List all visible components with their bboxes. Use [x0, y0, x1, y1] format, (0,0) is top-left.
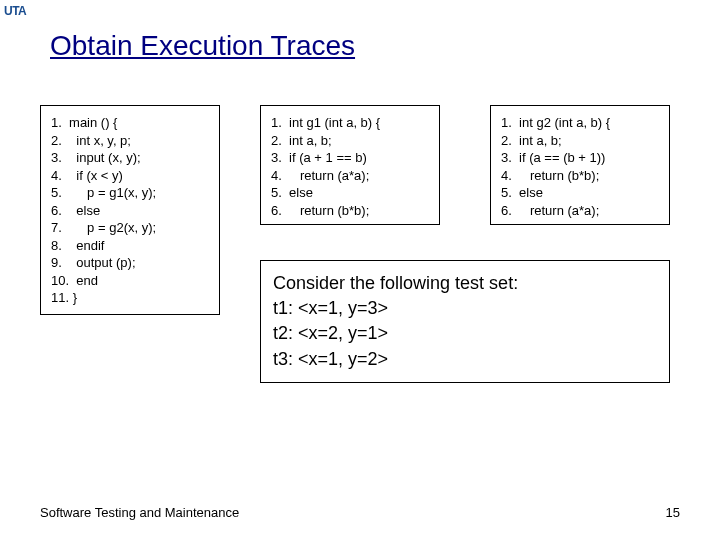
code-line: 6. return (a*a);	[501, 202, 659, 220]
code-line: 6. else	[51, 202, 209, 220]
code-line: 3. if (a + 1 == b)	[271, 149, 429, 167]
page-number: 15	[666, 505, 680, 520]
code-g1-box: 1. int g1 (int a, b) { 2. int a, b; 3. i…	[260, 105, 440, 225]
code-line: 2. int a, b;	[271, 132, 429, 150]
testset-box: Consider the following test set: t1: <x=…	[260, 260, 670, 383]
code-main-box: 1. main () { 2. int x, y, p; 3. input (x…	[40, 105, 220, 315]
code-line: 10. end	[51, 272, 209, 290]
code-line: 3. if (a == (b + 1))	[501, 149, 659, 167]
testset-intro: Consider the following test set:	[273, 271, 657, 296]
page-title: Obtain Execution Traces	[50, 30, 355, 62]
logo: UTA	[4, 4, 26, 18]
testset-row: t1: <x=1, y=3>	[273, 296, 657, 321]
code-g2-box: 1. int g2 (int a, b) { 2. int a, b; 3. i…	[490, 105, 670, 225]
code-line: 5. else	[271, 184, 429, 202]
code-line: 2. int a, b;	[501, 132, 659, 150]
code-line: 1. int g1 (int a, b) {	[271, 114, 429, 132]
code-line: 5. p = g1(x, y);	[51, 184, 209, 202]
code-line: 11. }	[51, 289, 209, 307]
code-line: 7. p = g2(x, y);	[51, 219, 209, 237]
code-line: 1. main () {	[51, 114, 209, 132]
code-line: 8. endif	[51, 237, 209, 255]
code-line: 1. int g2 (int a, b) {	[501, 114, 659, 132]
code-line: 4. return (a*a);	[271, 167, 429, 185]
code-line: 4. if (x < y)	[51, 167, 209, 185]
code-line: 6. return (b*b);	[271, 202, 429, 220]
footer-left: Software Testing and Maintenance	[40, 505, 239, 520]
code-line: 2. int x, y, p;	[51, 132, 209, 150]
code-line: 4. return (b*b);	[501, 167, 659, 185]
code-line: 9. output (p);	[51, 254, 209, 272]
testset-row: t3: <x=1, y=2>	[273, 347, 657, 372]
testset-row: t2: <x=2, y=1>	[273, 321, 657, 346]
code-line: 3. input (x, y);	[51, 149, 209, 167]
code-line: 5. else	[501, 184, 659, 202]
